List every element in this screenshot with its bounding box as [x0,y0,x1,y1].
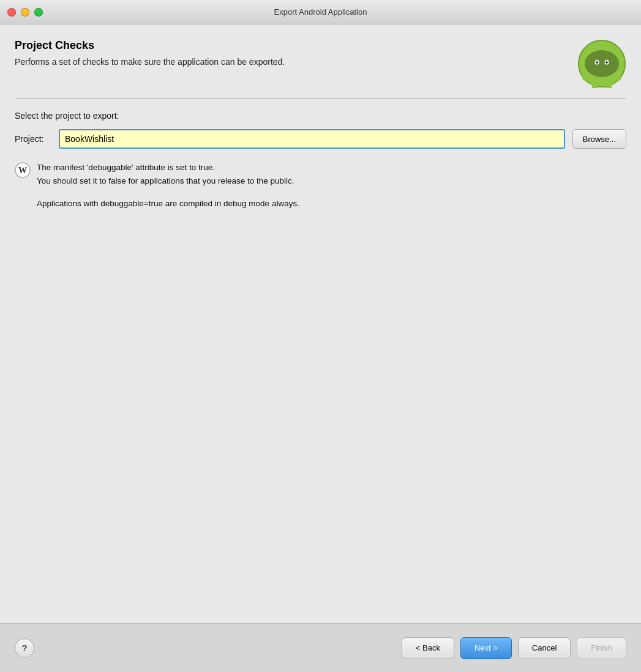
page-title: Project Checks [15,39,565,52]
form-section: Select the project to export: Project: B… [15,111,626,211]
project-label: Project: [15,134,51,144]
header-text: Project Checks Performs a set of checks … [15,39,565,67]
svg-point-13 [585,50,619,77]
warning-icon: W [15,162,31,178]
svg-point-17 [605,61,608,64]
warning-line1: The manifest 'debuggable' attribute is s… [37,161,294,174]
svg-point-16 [596,61,598,64]
warning-text-block: The manifest 'debuggable' attribute is s… [37,161,294,187]
project-input[interactable] [59,129,565,149]
warning-area: W The manifest 'debuggable' attribute is… [15,161,626,187]
bottom-bar: ? < Back Next > Cancel Finish [0,623,641,672]
cancel-button[interactable]: Cancel [518,637,571,659]
minimize-button[interactable] [21,8,29,17]
bottom-left: ? [15,638,34,658]
browse-button[interactable]: Browse... [572,129,626,149]
help-button[interactable]: ? [15,638,34,658]
maximize-button[interactable] [34,8,43,17]
warning-line3: Applications with debuggable=true are co… [37,197,626,211]
page-description: Performs a set of checks to make sure th… [15,57,565,67]
svg-text:W: W [18,166,27,175]
android-logo-icon [577,39,626,88]
close-button[interactable] [7,8,16,17]
main-content: Project Checks Performs a set of checks … [0,24,641,623]
select-project-label: Select the project to export: [15,111,626,121]
finish-button: Finish [577,637,626,659]
project-row: Project: Browse... [15,129,626,149]
window-controls[interactable] [7,8,43,17]
title-bar: Export Android Application [0,0,641,24]
window-title: Export Android Application [274,7,367,17]
header-section: Project Checks Performs a set of checks … [15,39,626,88]
next-button[interactable]: Next > [460,637,512,659]
bottom-right: < Back Next > Cancel Finish [402,637,626,659]
warning-line2: You should set it to false for applicati… [37,174,294,188]
back-button[interactable]: < Back [402,637,454,659]
header-divider [15,98,626,99]
